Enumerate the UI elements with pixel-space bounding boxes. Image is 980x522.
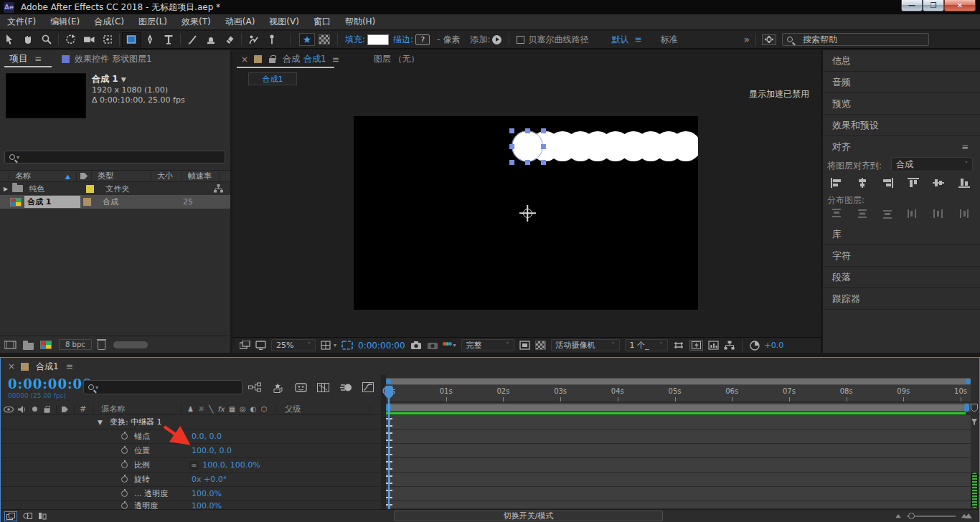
prop-label[interactable]: 比例 [134,460,179,470]
add-menu-icon[interactable] [492,35,501,44]
prop-value[interactable]: 0x +0.0° [192,475,227,484]
prop-label[interactable]: 位置 [134,445,179,456]
stopwatch-icon[interactable] [121,447,128,454]
distribute-top-button[interactable] [829,207,844,220]
transform-group-label[interactable]: 变换: 中继器 1 [110,417,162,427]
col-hash[interactable]: # [80,404,86,414]
align-right-button[interactable] [880,176,895,189]
viewer-tab-close-icon[interactable]: × [241,54,248,65]
menu-layer[interactable]: 图层(L) [131,14,174,29]
work-area-bar[interactable] [386,403,971,412]
prop-row-anchor[interactable]: 锚点 0.0, 0.0 [1,430,381,444]
pan-behind-tool[interactable] [98,32,117,47]
layer-inpoint-marker[interactable] [386,432,392,441]
panel-info[interactable]: 信息 [823,50,980,72]
hide-shy-layers-icon[interactable] [295,383,307,392]
stopwatch-icon[interactable] [121,503,128,509]
workspace-default[interactable]: 默认 [611,34,628,46]
selection-handle[interactable] [541,160,546,165]
col-parent[interactable]: 父级 [285,404,301,414]
selection-handle[interactable] [541,144,546,149]
menu-file[interactable]: 文件(F) [0,14,43,29]
timeline-button-icon[interactable] [708,341,719,350]
transparency-grid-icon[interactable] [535,341,546,350]
distribute-right-button[interactable] [956,207,972,220]
layer-inpoint-marker[interactable] [386,490,392,498]
zoom-in-mountain-icon[interactable] [961,513,972,518]
tool-creates-mask-button[interactable] [319,34,330,44]
selection-handle[interactable] [541,128,546,133]
prop-row-rotation[interactable]: 旋转 0x +0.0° [1,473,381,487]
comp-center-crosshair[interactable] [523,209,532,218]
comp-button-icon[interactable] [971,418,978,426]
timeline-timecode[interactable]: 0:00:00:00 [8,376,93,392]
work-area-end-handle[interactable] [964,404,969,412]
row-name[interactable]: 合成 1 [24,196,80,208]
expand-layer-switches-button[interactable] [4,511,17,521]
panel-preview[interactable]: 预览 [823,93,980,115]
exposure-icon[interactable] [750,341,760,351]
expand-transfer-controls-button[interactable] [23,512,32,520]
comp-breadcrumb-button[interactable]: 合成1 [248,72,297,85]
align-bottom-button[interactable] [956,176,972,189]
time-ruler[interactable]: 00s01s02s03s04s05s06s07s08s09s10s [386,385,971,402]
primary-viewer-icon[interactable] [255,341,266,350]
col-size[interactable]: 大小 [157,171,173,181]
expand-in-out-button[interactable] [38,512,47,520]
timeline-search-field[interactable]: ▾ [83,380,242,394]
scrollbar-left-cap[interactable] [386,379,391,384]
delete-icon[interactable] [98,341,105,350]
bezier-path-checkbox[interactable] [517,36,524,44]
zoom-tool[interactable] [37,32,56,47]
rectangle-tool-selected[interactable] [122,32,141,47]
timeline-hscrollbar[interactable] [386,378,971,385]
menu-view[interactable]: 视图(V) [262,14,306,29]
selection-handle[interactable] [525,160,530,165]
draft-3d-icon[interactable] [271,382,284,393]
stroke-color-swatch[interactable]: ? [415,34,430,45]
help-search-field[interactable]: 搜索帮助 [782,33,929,46]
selection-handle[interactable] [509,128,514,133]
layer-inpoint-marker[interactable] [386,447,392,455]
viewer-tab-comp-name[interactable]: 合成1 [303,53,326,65]
region-of-interest-icon[interactable] [341,341,353,350]
viewer-tab-comp-prefix[interactable]: 合成 [283,53,300,65]
prop-row-start-opacity[interactable]: ... 透明度 100.0% [1,487,381,501]
timeline-tab-name[interactable]: 合成1 [36,361,59,373]
type-tool[interactable] [159,32,178,47]
col-name[interactable]: 名称 [15,171,31,181]
prop-row-position[interactable]: 位置 100.0, 0.0 [1,444,381,458]
prop-value[interactable]: 100.0% [192,489,222,498]
project-comp-title[interactable]: 合成 1 [92,74,118,84]
fx-switch-icon[interactable]: fx [217,405,224,413]
stopwatch-icon[interactable] [121,433,128,440]
snapshot-icon[interactable] [410,341,422,350]
menu-animation[interactable]: 动画(A) [218,14,263,29]
twirl-down-icon[interactable]: ▼ [98,419,103,426]
new-composition-icon[interactable] [40,341,52,349]
constrain-link-icon[interactable]: ∞ [189,461,199,470]
project-hscrollbar[interactable] [113,341,148,348]
prop-row-scale[interactable]: 比例 ∞ 100.0, 100.0% [1,458,381,473]
flowchart-button-icon[interactable] [724,341,735,350]
interpret-footage-icon[interactable] [4,341,17,349]
zoom-slider-knob[interactable] [908,513,915,519]
stopwatch-icon[interactable] [121,476,128,483]
row-label-swatch[interactable] [83,198,91,206]
project-row-solids[interactable]: ▶ 纯色 文件夹 [0,182,230,195]
solo-icon[interactable] [32,407,37,412]
grid-guides-icon[interactable]: ▾ [321,341,336,350]
distribute-vcenter-button[interactable] [854,207,870,220]
folder-twirl-icon[interactable]: ▶ [4,186,8,192]
add-label[interactable]: 添加: [470,34,490,46]
col-source-name[interactable]: 源名称 [101,404,125,414]
align-top-button[interactable] [905,176,921,189]
bit-depth-button[interactable]: 8 bpc [59,339,92,350]
close-button[interactable]: ✕ [944,0,976,11]
timeline-tab-label-swatch[interactable] [21,363,29,371]
viewer-tab-label-swatch[interactable] [254,55,262,63]
distribute-left-button[interactable] [905,207,921,220]
panel-effects-presets[interactable]: 效果和预设 [823,115,980,136]
graph-editor-icon[interactable] [362,382,374,392]
timeline-graph-area[interactable] [386,415,971,508]
